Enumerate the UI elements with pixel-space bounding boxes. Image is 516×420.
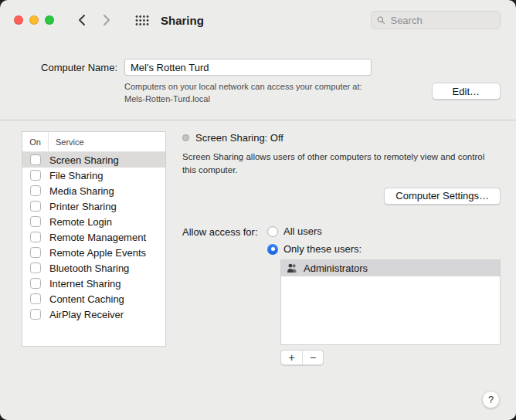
zoom-button[interactable] xyxy=(45,15,54,25)
service-checkbox[interactable] xyxy=(30,278,41,289)
show-all-button[interactable] xyxy=(134,15,150,26)
service-row-remote-management[interactable]: Remote Management xyxy=(22,229,165,245)
window-title: Sharing xyxy=(161,14,204,27)
radio-button-selected[interactable] xyxy=(267,244,278,255)
titlebar: Sharing xyxy=(0,0,516,40)
service-label: Bluetooth Sharing xyxy=(49,262,129,274)
grid-icon xyxy=(134,15,150,26)
service-status-title: Screen Sharing: Off xyxy=(195,132,283,144)
services-list: On Service Screen Sharing File Sharing M… xyxy=(22,131,166,347)
help-button[interactable]: ? xyxy=(482,391,500,408)
service-checkbox[interactable] xyxy=(30,262,41,273)
users-group-icon xyxy=(287,263,298,273)
column-header-on: On xyxy=(22,132,49,151)
service-row-content-caching[interactable]: Content Caching xyxy=(22,291,165,307)
service-label: AirPlay Receiver xyxy=(49,309,124,320)
service-row-bluetooth-sharing[interactable]: Bluetooth Sharing xyxy=(22,260,165,276)
help-line-2: Mels-Rotten-Turd.local xyxy=(124,93,432,106)
service-checkbox[interactable] xyxy=(30,216,41,227)
service-row-media-sharing[interactable]: Media Sharing xyxy=(22,183,165,198)
service-checkbox[interactable] xyxy=(30,185,41,196)
user-list-item-administrators[interactable]: Administrators xyxy=(281,260,500,276)
service-row-printer-sharing[interactable]: Printer Sharing xyxy=(22,198,165,214)
service-label: Remote Apple Events xyxy=(49,247,146,259)
remove-user-button[interactable]: − xyxy=(302,351,323,364)
status-indicator-dot xyxy=(182,134,189,141)
computer-settings-button[interactable]: Computer Settings… xyxy=(384,188,501,205)
service-label: Internet Sharing xyxy=(49,278,121,290)
radio-only-these-users-label: Only these users: xyxy=(283,243,362,255)
service-row-airplay-receiver[interactable]: AirPlay Receiver xyxy=(22,307,165,322)
user-name: Administrators xyxy=(304,262,368,274)
service-description: Screen Sharing allows users of other com… xyxy=(182,151,501,178)
radio-button-unselected[interactable] xyxy=(267,226,278,237)
chevron-right-icon xyxy=(102,14,111,26)
sharing-preferences-window: Sharing Computer Name: Computers on your… xyxy=(0,0,516,420)
service-checkbox[interactable] xyxy=(30,293,41,304)
radio-all-users-label: All users xyxy=(283,225,322,237)
radio-only-these-users[interactable]: Only these users: xyxy=(267,243,362,256)
service-checkbox[interactable] xyxy=(30,201,41,212)
search-input[interactable] xyxy=(389,14,494,27)
service-label: Remote Login xyxy=(49,216,112,228)
back-button[interactable] xyxy=(74,12,90,29)
allowed-users-list: Administrators xyxy=(280,259,501,345)
computer-name-section: Computer Name: Computers on your local n… xyxy=(0,40,516,120)
service-checkbox[interactable] xyxy=(30,309,41,320)
service-label: Printer Sharing xyxy=(49,201,117,212)
local-hostname-help: Computers on your local network can acce… xyxy=(124,81,432,106)
computer-name-label: Computer Name: xyxy=(15,62,117,73)
edit-button[interactable]: Edit… xyxy=(432,83,501,100)
user-list-controls: + − xyxy=(280,350,501,365)
column-header-service: Service xyxy=(49,132,84,151)
service-row-screen-sharing[interactable]: Screen Sharing xyxy=(22,152,165,168)
chevron-left-icon xyxy=(77,14,87,26)
service-checkbox[interactable] xyxy=(30,232,41,242)
service-label: File Sharing xyxy=(49,170,103,181)
service-checkbox[interactable] xyxy=(30,170,41,181)
service-row-remote-apple-events[interactable]: Remote Apple Events xyxy=(22,245,165,260)
forward-button[interactable] xyxy=(99,12,114,29)
radio-all-users[interactable]: All users xyxy=(267,225,362,238)
services-list-header: On Service xyxy=(22,132,165,152)
service-checkbox[interactable] xyxy=(30,154,41,165)
service-checkbox[interactable] xyxy=(30,247,41,258)
service-detail-pane: Screen Sharing: Off Screen Sharing allow… xyxy=(182,120,501,365)
search-icon xyxy=(377,15,385,25)
service-label: Media Sharing xyxy=(49,185,114,197)
service-label: Screen Sharing xyxy=(49,154,119,166)
main-content: On Service Screen Sharing File Sharing M… xyxy=(0,120,516,420)
traffic-lights xyxy=(14,15,54,25)
add-user-button[interactable]: + xyxy=(281,351,302,364)
service-label: Remote Management xyxy=(49,232,146,243)
service-label: Content Caching xyxy=(49,293,124,305)
toolbar-nav xyxy=(74,12,114,29)
close-button[interactable] xyxy=(14,15,23,25)
search-field[interactable] xyxy=(371,11,501,29)
help-line-1: Computers on your local network can acce… xyxy=(124,81,432,93)
service-row-file-sharing[interactable]: File Sharing xyxy=(22,168,165,183)
minimize-button[interactable] xyxy=(29,15,39,25)
service-row-internet-sharing[interactable]: Internet Sharing xyxy=(22,276,165,291)
computer-name-input[interactable] xyxy=(124,59,372,76)
service-row-remote-login[interactable]: Remote Login xyxy=(22,214,165,229)
allow-access-label: Allow access for: xyxy=(182,225,267,256)
